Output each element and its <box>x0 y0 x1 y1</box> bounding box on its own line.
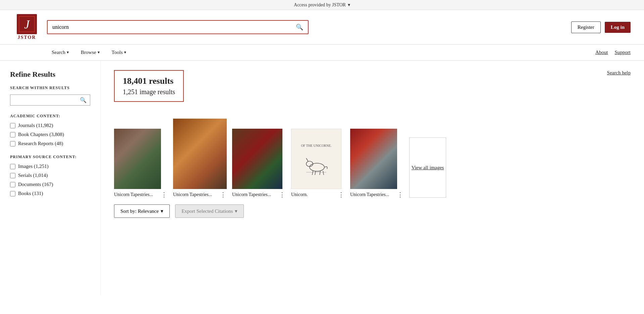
support-link[interactable]: Support <box>614 50 631 55</box>
export-citations-button[interactable]: Export Selected Citations ▾ <box>175 204 244 218</box>
image-card-1: Unicorn Tapestries... ⋮ <box>114 129 168 198</box>
content-header: 18,401 results 1,251 image results Searc… <box>114 70 631 112</box>
results-summary-box: 18,401 results 1,251 image results <box>114 70 184 102</box>
primary-source-group: PRIMARY SOURCE CONTENT: Images (1,251) S… <box>10 154 90 196</box>
sidebar-search-bar[interactable]: 🔍 <box>10 95 90 106</box>
image-thumbnail-4[interactable]: OF THE UNICORNE. <box>291 129 341 189</box>
image-card-5: Unicorn Tapestries... ⋮ <box>350 129 404 198</box>
research-reports-checkbox[interactable] <box>10 141 15 146</box>
svg-line-10 <box>323 171 324 175</box>
banner-chevron-icon: ▾ <box>348 2 350 8</box>
sidebar-search-input[interactable] <box>14 97 78 103</box>
svg-text:J: J <box>24 18 30 31</box>
book-chapters-checkbox[interactable] <box>10 132 15 137</box>
image-caption-row-5: Unicorn Tapestries... ⋮ <box>350 192 404 198</box>
svg-point-5 <box>306 161 313 167</box>
image-thumbnail-2[interactable] <box>173 119 227 189</box>
journals-label: Journals (11,982) <box>18 123 53 128</box>
tools-nav-chevron-icon: ▾ <box>124 50 126 55</box>
results-content: 18,401 results 1,251 image results Searc… <box>101 61 644 295</box>
book-chapters-label: Book Chapters (3,808) <box>18 132 64 137</box>
logo-label: JSTOR <box>18 35 36 40</box>
main-search-bar[interactable]: 🔍 <box>47 20 309 34</box>
svg-point-4 <box>310 163 324 171</box>
sort-chevron-icon: ▾ <box>161 208 163 214</box>
login-button[interactable]: Log in <box>605 22 631 33</box>
nav-tools[interactable]: Tools ▾ <box>107 46 131 59</box>
top-banner[interactable]: Access provided by JSTOR ▾ <box>0 0 644 10</box>
documents-checkbox[interactable] <box>10 182 15 187</box>
serials-checkbox[interactable] <box>10 173 15 178</box>
image-card-2: Unicorn Tapestries... ⋮ <box>173 119 227 198</box>
image-thumbnail-5[interactable] <box>350 129 397 189</box>
image-caption-row-2: Unicorn Tapestries... ⋮ <box>173 192 227 198</box>
image-card-3: Unicorn Tapestries... ⋮ <box>232 129 286 198</box>
image-gallery-row: Unicorn Tapestries... ⋮ Unicorn Tapestri… <box>114 119 631 198</box>
main-search-button[interactable]: 🔍 <box>296 23 303 31</box>
nav-left: Search ▾ Browse ▾ Tools ▾ <box>47 46 131 59</box>
academic-content-label: ACADEMIC CONTENT: <box>10 114 90 119</box>
nav-bar: Search ▾ Browse ▾ Tools ▾ About Support <box>0 45 644 61</box>
primary-source-label: PRIMARY SOURCE CONTENT: <box>10 154 90 160</box>
research-reports-label: Research Reports (48) <box>18 141 63 146</box>
academic-content-group: ACADEMIC CONTENT: Journals (11,982) Book… <box>10 114 90 146</box>
sort-label: Sort by: Relevance <box>120 208 159 214</box>
svg-line-9 <box>320 171 320 175</box>
filter-book-chapters[interactable]: Book Chapters (3,808) <box>10 132 90 137</box>
serials-label: Serials (1,014) <box>18 173 48 178</box>
filter-research-reports[interactable]: Research Reports (48) <box>10 141 90 146</box>
banner-text: Access provided by JSTOR <box>294 2 346 8</box>
nav-search[interactable]: Search ▾ <box>47 46 73 59</box>
sort-button[interactable]: Sort by: Relevance ▾ <box>114 204 170 218</box>
search-within-label: SEARCH WITHIN RESULTS <box>10 85 90 90</box>
nav-browse[interactable]: Browse ▾ <box>76 46 104 59</box>
header-actions: Register Log in <box>571 21 631 33</box>
logo-area[interactable]: J JSTOR <box>13 14 40 40</box>
filter-images[interactable]: Images (1,251) <box>10 164 90 169</box>
search-nav-chevron-icon: ▾ <box>67 50 69 55</box>
image-menu-button-1[interactable]: ⋮ <box>160 192 168 198</box>
sidebar: Refine Results SEARCH WITHIN RESULTS 🔍 A… <box>0 61 101 295</box>
filter-documents[interactable]: Documents (167) <box>10 182 90 187</box>
documents-label: Documents (167) <box>18 182 53 187</box>
search-help-link[interactable]: Search help <box>607 70 631 76</box>
image-caption-1: Unicorn Tapestries... <box>114 192 159 198</box>
image-caption-4: Unicorn. <box>291 192 336 198</box>
images-checkbox[interactable] <box>10 164 15 169</box>
jstor-logo[interactable]: J <box>17 14 37 34</box>
image-card-4: OF THE UNICORNE. <box>291 129 345 198</box>
image-caption-2: Unicorn Tapestries... <box>173 192 218 198</box>
image-menu-button-5[interactable]: ⋮ <box>396 192 404 198</box>
image-results-count: 1,251 image results <box>123 88 175 96</box>
filter-journals[interactable]: Journals (11,982) <box>10 123 90 128</box>
image-thumbnail-1[interactable] <box>114 129 161 189</box>
view-all-label: View all images <box>412 165 444 171</box>
image-menu-button-2[interactable]: ⋮ <box>219 192 227 198</box>
main-search-input[interactable] <box>52 24 293 30</box>
export-chevron-icon: ▾ <box>235 208 237 214</box>
bottom-toolbar: Sort by: Relevance ▾ Export Selected Cit… <box>114 204 631 218</box>
journals-checkbox[interactable] <box>10 123 15 128</box>
export-label: Export Selected Citations <box>181 208 233 214</box>
books-label: Books (131) <box>18 191 43 196</box>
filter-serials[interactable]: Serials (1,014) <box>10 173 90 178</box>
image-caption-5: Unicorn Tapestries... <box>350 192 395 198</box>
sidebar-title: Refine Results <box>10 70 90 79</box>
books-checkbox[interactable] <box>10 191 15 196</box>
register-button[interactable]: Register <box>571 21 601 33</box>
image-thumbnail-3[interactable] <box>232 129 282 189</box>
image-caption-row-4: Unicorn. ⋮ <box>291 192 345 198</box>
image-menu-button-3[interactable]: ⋮ <box>278 192 286 198</box>
results-count: 18,401 results <box>123 76 175 86</box>
filter-books[interactable]: Books (131) <box>10 191 90 196</box>
image-caption-3: Unicorn Tapestries... <box>232 192 277 198</box>
image-caption-row-1: Unicorn Tapestries... ⋮ <box>114 192 168 198</box>
main-content: Refine Results SEARCH WITHIN RESULTS 🔍 A… <box>0 61 644 295</box>
sidebar-search-icon[interactable]: 🔍 <box>80 97 87 103</box>
image-caption-row-3: Unicorn Tapestries... ⋮ <box>232 192 286 198</box>
image-menu-button-4[interactable]: ⋮ <box>337 192 345 198</box>
header: J JSTOR 🔍 Register Log in <box>0 10 644 45</box>
about-link[interactable]: About <box>595 50 608 55</box>
view-all-images-button[interactable]: View all images <box>409 137 446 198</box>
browse-nav-chevron-icon: ▾ <box>98 50 100 55</box>
